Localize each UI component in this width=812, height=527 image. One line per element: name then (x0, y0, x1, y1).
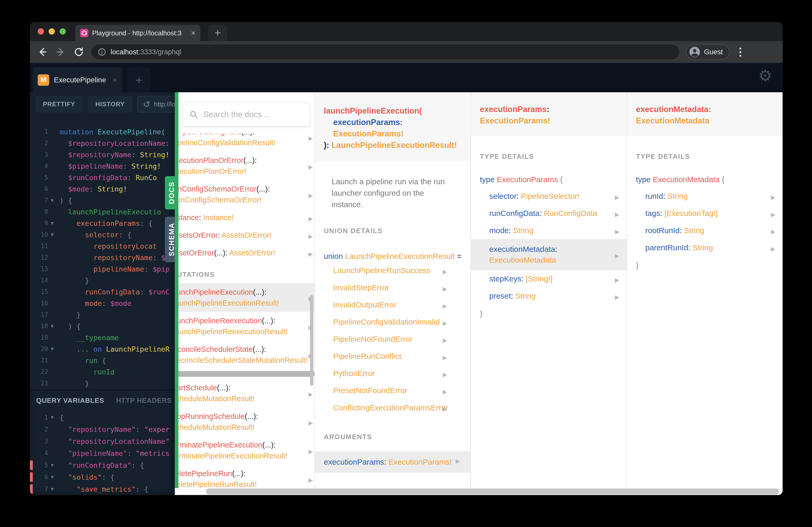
tab-http-headers[interactable]: HTTP HEADERS (116, 396, 172, 405)
expand-arrow-icon[interactable]: ▶ (443, 369, 447, 380)
expand-arrow-icon[interactable]: ▶ (308, 213, 313, 224)
code-line[interactable]: 22 runId (30, 366, 175, 378)
union-member-row[interactable]: PresetNotFoundError▶ (315, 382, 470, 399)
doc-field-row[interactable]: assetOrError(...): AssetOrError!▶ (178, 244, 315, 262)
code-line[interactable]: 21 run { (30, 355, 175, 366)
code-line[interactable]: 8 launchPipelineExecutio (30, 206, 175, 217)
fold-arrow-icon[interactable]: ▾ (51, 323, 60, 330)
fold-arrow-icon[interactable]: ▾ (51, 197, 60, 204)
expand-arrow-icon[interactable]: ▶ (443, 404, 447, 415)
expand-arrow-icon[interactable]: ▶ (615, 251, 619, 261)
doc-field-row[interactable]: terminatePipelineExecution(...):Terminat… (178, 436, 315, 465)
doc-field-row[interactable]: runConfigSchemaOrError(...):RunConfigSch… (178, 180, 315, 209)
code-line[interactable]: 7▾ "save_metrics": { (30, 483, 175, 495)
query-editor-pane[interactable]: PRETTIFY HISTORY ↺ http://loc 1mutation … (30, 92, 175, 495)
expand-arrow-icon[interactable]: ▶ (615, 275, 619, 286)
expand-arrow-icon[interactable]: ▶ (308, 134, 313, 144)
code-line[interactable]: 2 "repositoryName": "exper (30, 423, 175, 435)
expand-arrow-icon[interactable]: ▶ (771, 209, 775, 220)
docs-drag-handle[interactable] (175, 92, 178, 495)
code-line[interactable]: 18▾ ) { (30, 320, 175, 332)
type-field-row[interactable]: stepKeys: [String!]▶ (471, 270, 626, 287)
close-window-button[interactable] (38, 28, 44, 34)
tab-query-variables[interactable]: QUERY VARIABLES (36, 396, 104, 405)
maximize-window-button[interactable] (60, 28, 66, 34)
code-line[interactable]: 4 "pipelineName": "metrics (30, 447, 175, 459)
argument-row[interactable]: executionParams: ExecutionParams! ▶ (315, 451, 470, 473)
type-field-row[interactable]: mode: String▶ (471, 222, 626, 239)
docs-field-list[interactable]: isPipelineConfigValid(...):PipelineConfi… (178, 134, 315, 488)
endpoint-reload-icon[interactable]: ↺ (143, 99, 150, 109)
type-field-row[interactable]: preset: String▶ (471, 287, 626, 304)
code-line[interactable]: 11 repositoryLocat (30, 240, 175, 252)
code-line[interactable]: 3 "repositoryLocationName" (30, 435, 175, 447)
code-line[interactable]: 1mutation ExecutePipeline( (30, 126, 175, 137)
code-line[interactable]: 2 $repositoryLocationName: (30, 137, 175, 149)
expand-arrow-icon[interactable]: ▶ (443, 318, 447, 329)
doc-field-row[interactable]: deletePipelineRun(...):DeletePipelineRun… (178, 465, 315, 488)
code-line[interactable]: 12 repositoryName: $r (30, 252, 175, 263)
fold-arrow-icon[interactable]: ▾ (51, 462, 60, 468)
fold-arrow-icon[interactable]: ▾ (51, 346, 60, 352)
doc-field-row[interactable]: launchPipelineExecution(...):LaunchPipel… (178, 283, 315, 312)
union-member-row[interactable]: PipelineNotFoundError▶ (315, 331, 470, 348)
horizontal-scrollbar[interactable] (175, 488, 783, 495)
reload-icon[interactable] (73, 46, 85, 58)
type-field-row[interactable]: runId: String▶ (627, 187, 783, 205)
code-line[interactable]: 9▾ executionParams: { (30, 217, 175, 229)
code-line[interactable]: 19 __typename (30, 332, 175, 343)
expand-arrow-icon[interactable]: ▶ (456, 458, 460, 465)
browser-menu-icon[interactable] (736, 48, 744, 57)
expand-arrow-icon[interactable]: ▶ (308, 162, 313, 172)
expand-arrow-icon[interactable]: ▶ (443, 387, 447, 397)
expand-arrow-icon[interactable]: ▶ (308, 475, 313, 486)
type-field-row[interactable]: selector: PipelineSelector!▶ (471, 187, 626, 205)
expand-arrow-icon[interactable]: ▶ (615, 209, 619, 220)
tab-close-icon[interactable]: × (191, 29, 195, 37)
type-field-row[interactable]: executionMetadata:ExecutionMetadata▶ (471, 239, 626, 270)
fold-arrow-icon[interactable]: ▾ (51, 486, 60, 493)
expand-arrow-icon[interactable]: ▶ (308, 190, 313, 201)
new-session-button[interactable]: + (128, 67, 150, 92)
expand-arrow-icon[interactable]: ▶ (771, 226, 775, 237)
doc-field-row[interactable]: reconcileSchedulerState(...):ReconcileSc… (178, 341, 315, 369)
expand-arrow-icon[interactable]: ▶ (308, 418, 313, 428)
fold-arrow-icon[interactable]: ▾ (51, 414, 60, 421)
expand-arrow-icon[interactable]: ▶ (308, 231, 313, 242)
code-line[interactable]: 20▾ ... on LaunchPipelineR (30, 343, 175, 355)
doc-field-row[interactable]: startSchedule(...):ScheduleMutationResul… (178, 379, 315, 407)
union-member-row[interactable]: PythonError▶ (315, 365, 470, 382)
union-member-row[interactable]: PipelineConfigValidationInvalid▶ (315, 313, 470, 331)
doc-field-row[interactable]: stopRunningSchedule(...):ScheduleMutatio… (178, 407, 315, 436)
code-line[interactable]: 3 $repositoryName: String! (30, 149, 175, 160)
minimize-window-button[interactable] (49, 28, 55, 34)
profile-button[interactable]: Guest (686, 44, 729, 60)
code-line[interactable]: 7▾) { (30, 195, 175, 206)
doc-field-row[interactable]: executionPlanOrError(...):ExecutionPlanO… (178, 151, 315, 180)
doc-field-row[interactable]: assetsOrError: AssetsOrError!▶ (178, 226, 315, 244)
fold-arrow-icon[interactable]: ▾ (51, 474, 60, 481)
code-line[interactable]: 1▾{ (30, 411, 175, 423)
expand-arrow-icon[interactable]: ▶ (443, 266, 447, 277)
forward-icon[interactable] (55, 46, 66, 58)
expand-arrow-icon[interactable]: ▶ (308, 389, 313, 400)
code-line[interactable]: 5 $runConfigData: RunCo (30, 172, 175, 183)
variables-code[interactable]: 1▾{2 "repositoryName": "exper3 "reposito… (30, 411, 175, 495)
type-field-row[interactable]: rootRunId: String▶ (627, 222, 783, 239)
expand-arrow-icon[interactable]: ▶ (443, 301, 447, 312)
session-close-icon[interactable]: × (112, 76, 117, 85)
code-line[interactable]: 16 mode: $mode (30, 298, 175, 309)
union-member-row[interactable]: InvalidOutputError▶ (315, 296, 470, 313)
code-line[interactable]: 14 } (30, 275, 175, 286)
code-line[interactable]: 15 runConfigData: $runC (30, 286, 175, 298)
code-line[interactable]: 6 $mode: String! (30, 183, 175, 195)
union-member-row[interactable]: InvalidStepError▶ (315, 279, 470, 296)
expand-arrow-icon[interactable]: ▶ (443, 335, 447, 346)
union-member-row[interactable]: LaunchPipelineRunSuccess▶ (315, 262, 470, 279)
type-field-row[interactable]: runConfigData: RunConfigData▶ (471, 205, 626, 222)
doc-field-row[interactable]: instance: Instance!▶ (178, 209, 315, 226)
doc-field-row[interactable]: isPipelineConfigValid(...):PipelineConfi… (178, 134, 315, 151)
horizontal-scrollbar-thumb[interactable] (178, 371, 315, 377)
expand-arrow-icon[interactable]: ▶ (443, 284, 447, 295)
code-line[interactable]: 17 } (30, 309, 175, 320)
